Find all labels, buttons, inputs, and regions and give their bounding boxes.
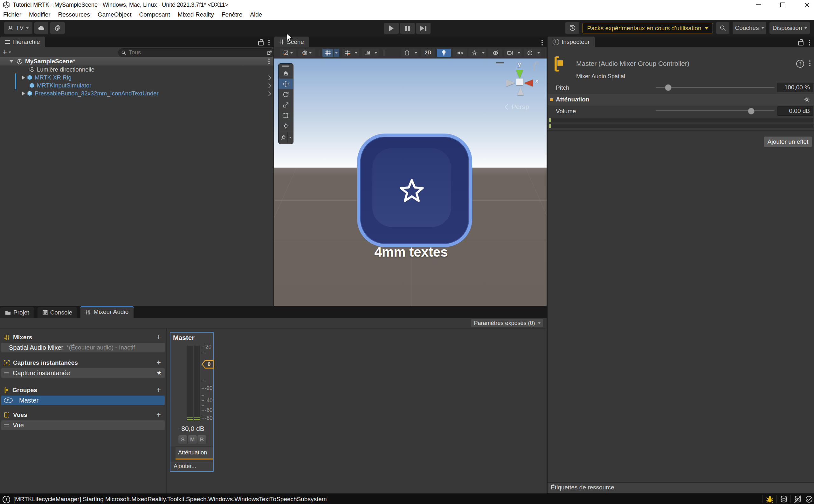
gizmo-neg-x-axis-cone[interactable] xyxy=(506,79,515,86)
hierarchy-lock-button[interactable] xyxy=(256,38,265,46)
hierarchy-menu-button[interactable] xyxy=(266,38,272,47)
hierarchy-row-mrtk-input-simulator[interactable]: MRTKInputSimulator xyxy=(0,81,273,89)
audio-mute-toggle[interactable] xyxy=(453,49,467,57)
volume-value-field[interactable]: 0.00 dB xyxy=(777,106,813,116)
snap-increment-dropdown[interactable] xyxy=(353,49,359,57)
inspector-lock-button[interactable] xyxy=(796,38,805,46)
layers-dropdown[interactable]: Couches xyxy=(733,22,766,34)
mixer-row-spatial[interactable]: Spatial Audio Mixer *(Écouteur audio) - … xyxy=(1,343,165,352)
master-channel-strip[interactable]: Master 20 -20 - xyxy=(170,332,214,472)
tab-hierarchy[interactable]: Hiérarchie xyxy=(0,37,45,47)
menu-modifier[interactable]: Modifier xyxy=(25,11,54,18)
gizmos-dropdown[interactable] xyxy=(536,49,541,57)
scene-camera-toggle[interactable] xyxy=(504,49,516,57)
asset-labels-header[interactable]: Étiquettes de ressource xyxy=(548,482,814,494)
inspector-menu-button[interactable] xyxy=(806,38,813,47)
gizmo-center-cube[interactable] xyxy=(516,79,523,85)
hierarchy-add-button[interactable]: + xyxy=(3,48,11,56)
menu-fichier[interactable]: Fichier xyxy=(0,11,25,18)
foldout-open-icon[interactable] xyxy=(10,60,13,63)
scene-menu-button[interactable] xyxy=(266,58,272,65)
snap-increment-toggle[interactable] xyxy=(342,49,353,57)
add-effect-button[interactable]: Ajouter un effet xyxy=(764,136,812,147)
attenuation-section-header[interactable]: Atténuation xyxy=(548,94,814,106)
menu-gameobject[interactable]: GameObject xyxy=(94,11,135,18)
hierarchy-row-pressable-button[interactable]: PressableButton_32x32mm_IconAndTextUnder xyxy=(0,89,273,97)
menu-ressources[interactable]: Ressources xyxy=(54,11,94,18)
minimize-button[interactable] xyxy=(751,0,766,10)
experimental-packages-button[interactable]: Packs expérimentaux en cours d’utilisati… xyxy=(583,23,713,33)
import-activity-check-icon[interactable] xyxy=(805,495,813,503)
rotate-tool-button[interactable] xyxy=(279,89,293,100)
mute-button[interactable]: M xyxy=(188,435,197,444)
tool-handle-position-dropdown[interactable] xyxy=(280,49,296,57)
tab-inspector[interactable]: i Inspecteur xyxy=(548,37,595,47)
visibility-eye-icon[interactable] xyxy=(4,397,13,403)
layout-dropdown[interactable]: Disposition xyxy=(769,22,810,34)
menu-mixed-reality[interactable]: Mixed Reality xyxy=(174,11,218,18)
render-doodad-toggle[interactable] xyxy=(401,49,413,57)
add-view-button[interactable]: + xyxy=(156,411,161,418)
tab-console[interactable]: Console xyxy=(38,307,78,318)
rect-tool-button[interactable] xyxy=(279,110,293,121)
help-icon[interactable]: ? xyxy=(796,60,804,68)
snapshot-row[interactable]: Capture instantanée ★ xyxy=(1,368,165,378)
menu-composant[interactable]: Composant xyxy=(135,11,174,18)
hierarchy-search-box[interactable] xyxy=(118,48,275,57)
effects-dropdown[interactable] xyxy=(480,49,486,57)
group-row-master[interactable]: Master xyxy=(1,396,165,405)
gizmo-lock-icon[interactable] xyxy=(534,64,535,71)
add-mixer-button[interactable]: + xyxy=(156,333,161,341)
hand-tool-button[interactable] xyxy=(279,68,293,79)
scene-visibility-toggle[interactable] xyxy=(488,49,502,57)
projection-toggle[interactable]: Persp xyxy=(506,103,529,111)
add-snapshot-button[interactable]: + xyxy=(156,359,161,366)
search-button[interactable] xyxy=(716,22,729,34)
2d-toggle[interactable]: 2D xyxy=(421,49,435,57)
foldout-closed-icon[interactable] xyxy=(22,76,25,79)
render-doodad-dropdown[interactable] xyxy=(413,49,418,57)
pitch-slider-handle[interactable] xyxy=(665,84,672,91)
account-dropdown[interactable]: TV xyxy=(4,22,32,34)
transform-tool-button[interactable] xyxy=(279,121,293,131)
picker-icon[interactable] xyxy=(267,50,272,55)
menu-aide[interactable]: Aide xyxy=(246,11,266,18)
snapshot-star-icon[interactable]: ★ xyxy=(156,369,162,376)
component-menu-button[interactable] xyxy=(807,59,813,67)
measure-dropdown[interactable] xyxy=(373,49,379,57)
volume-slider-handle[interactable] xyxy=(748,108,755,114)
cache-server-icon[interactable] xyxy=(780,495,788,503)
effects-toggle[interactable] xyxy=(469,49,480,57)
pitch-value-field[interactable]: 100,00 % xyxy=(777,83,813,92)
debugger-bug-icon[interactable] xyxy=(766,495,774,503)
version-control-button[interactable] xyxy=(50,22,65,34)
grid-snap-dropdown[interactable] xyxy=(334,49,339,57)
tool-handle-rotation-dropdown[interactable] xyxy=(298,49,315,57)
solo-button[interactable]: S xyxy=(178,435,188,444)
status-message[interactable]: [MRTKLifecycleManager] Starting Microsof… xyxy=(13,496,327,503)
measure-toggle[interactable] xyxy=(362,49,373,57)
attenuation-effect-slot[interactable]: Atténuation xyxy=(176,447,213,459)
play-button[interactable] xyxy=(384,23,399,34)
foldout-closed-icon[interactable] xyxy=(22,92,25,95)
volume-fader-tag[interactable]: 0 xyxy=(202,360,214,369)
scale-tool-button[interactable] xyxy=(279,100,293,110)
cloud-button[interactable] xyxy=(34,22,48,34)
cache-server-disconnected-icon[interactable] xyxy=(794,495,802,503)
custom-tools-button[interactable] xyxy=(279,132,293,143)
pitch-slider-track[interactable] xyxy=(656,87,775,88)
close-button[interactable] xyxy=(799,0,814,10)
lighting-toggle[interactable] xyxy=(437,49,451,57)
maximize-button[interactable] xyxy=(775,0,790,10)
add-effect-row[interactable]: Ajouter... xyxy=(170,461,213,472)
add-group-button[interactable]: + xyxy=(156,386,161,394)
hierarchy-row-mrtk-xr-rig[interactable]: MRTK XR Rig xyxy=(0,73,273,81)
bypass-button[interactable]: B xyxy=(197,435,207,444)
gizmo-y-axis-cone[interactable] xyxy=(516,70,523,79)
overlay-drag-handle[interactable] xyxy=(279,64,293,68)
pause-button[interactable] xyxy=(400,23,415,34)
move-tool-button[interactable] xyxy=(279,79,293,89)
orientation-gizmo-drag-handle[interactable] xyxy=(496,62,504,65)
gizmo-x-axis-cone[interactable] xyxy=(524,79,533,86)
tab-audio-mixer[interactable]: Mixeur Audio xyxy=(80,306,134,318)
